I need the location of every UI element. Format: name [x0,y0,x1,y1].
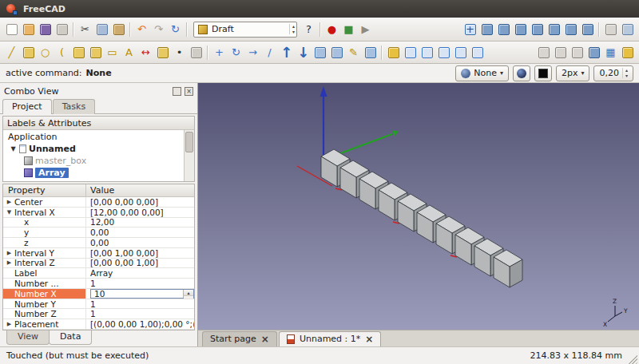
zoom-fit-icon[interactable]: + [462,21,478,38]
resize-grip[interactable] [627,354,637,364]
tab-data[interactable]: Data [49,330,92,345]
draft-text-icon[interactable]: A [121,44,137,61]
property-row-z[interactable]: z0,00 [3,238,194,248]
snap-grid-icon[interactable] [452,44,469,61]
expand-arrow-icon[interactable]: ▼ [10,145,17,152]
draft-circle-icon[interactable]: ○ [37,44,54,61]
draft-scale-icon[interactable] [312,44,328,61]
redo-icon[interactable]: ↷ [150,21,167,38]
view-rear-icon[interactable] [546,21,562,38]
draft-ellipse-icon[interactable] [70,44,87,61]
draft-arc-icon[interactable]: ( [54,44,70,61]
spinner-buttons[interactable]: ▴▾ [183,290,193,298]
tab-project[interactable]: Project [2,99,52,114]
refresh-icon[interactable]: ↻ [167,21,184,38]
snap-midpoint-icon[interactable] [419,44,435,61]
property-row-placement[interactable]: ▶Placement[(0,00 0,00 1,00);0,00 °;(0,00… [3,319,194,330]
draft-point-icon[interactable]: • [171,44,188,61]
save-icon[interactable] [37,21,54,38]
tree-item-master-box[interactable]: master_box [3,155,184,167]
property-row-number[interactable]: Number ...1 [3,279,194,289]
tab-view[interactable]: View [6,330,50,345]
working-plane-top-icon[interactable] [535,44,552,61]
spin-up-icon[interactable]: ▴ [184,290,193,296]
draft-polygon-icon[interactable] [87,44,104,61]
property-row-label[interactable]: LabelArray [3,268,194,279]
snap-working-plane-icon[interactable] [469,44,486,61]
property-row-interval-y[interactable]: ▶Interval Y[0,00 1,00 0,00] [3,248,194,259]
copy-icon[interactable] [93,21,110,38]
undo-icon[interactable]: ↶ [133,21,150,38]
draft-clone-icon[interactable] [362,44,379,61]
draft-facebinder-icon[interactable] [188,44,204,61]
tree-item-array[interactable]: Array [3,167,184,179]
combo-spinner-icon[interactable]: ▴▾ [289,24,295,34]
new-file-icon[interactable] [3,21,20,38]
view-top-icon[interactable] [512,21,529,38]
cut-icon[interactable]: ✂ [77,21,93,38]
paste-icon[interactable] [110,21,127,38]
close-tab-icon[interactable]: × [261,334,269,344]
draft-move-icon[interactable]: + [211,44,228,61]
close-panel-button[interactable]: × [185,87,193,96]
draft-rectangle-icon[interactable]: ▭ [104,44,121,61]
scale-spinbox[interactable]: 0,20 ▴▾ [593,65,633,81]
snap-endpoint-icon[interactable] [402,44,419,61]
view-axonometric-icon[interactable] [478,21,495,38]
3d-scene[interactable]: ZYX [198,83,639,330]
snap-lock-icon[interactable] [385,44,402,61]
workbench-selector[interactable]: Draft ▴▾ [193,22,297,38]
draft-offset-icon[interactable]: → [244,44,261,61]
value-column-header[interactable]: Value [86,184,194,196]
construction-mode-icon[interactable] [585,44,602,61]
macro-stop-icon[interactable]: ■ [340,21,357,38]
property-row-number-x[interactable]: Number X10▴▾ [3,289,194,299]
macro-execute-icon[interactable]: ▶ [357,21,374,38]
property-row-x[interactable]: x12,00 [3,218,194,228]
draft-line-icon[interactable]: ╱ [3,44,20,61]
property-row-number-z[interactable]: Number Z1 [3,309,194,319]
draft-dimension-icon[interactable]: ↔ [137,44,154,61]
working-plane-side-icon[interactable] [569,44,585,61]
auto-group-lock-icon[interactable] [619,44,636,61]
draft-trimex-icon[interactable]: / [261,44,278,61]
macro-record-icon[interactable]: ● [323,21,340,38]
line-color-button[interactable] [513,65,530,81]
scrollbar-thumb[interactable] [185,132,193,152]
face-color-button[interactable] [534,65,552,81]
draft-edit-icon[interactable]: ✎ [345,44,362,61]
tree-scrollbar[interactable] [184,130,194,181]
draft-shape2dview-icon[interactable] [328,44,345,61]
draft-polyline-icon[interactable] [20,44,37,61]
number-x-editor[interactable]: 10▴▾ [90,289,194,299]
tab-tasks[interactable]: Tasks [53,99,95,114]
line-width-select[interactable]: 2px ▾ [556,65,590,81]
property-row-interval-x[interactable]: ▼Interval X[12,00 0,00 0,00] [3,208,194,218]
draft-bspline-icon[interactable] [154,44,171,61]
draft-upgrade-icon[interactable]: ↑ [278,44,295,61]
float-panel-button[interactable] [173,87,181,96]
whats-this-icon[interactable]: ? [300,21,317,38]
view-left-icon[interactable] [579,21,596,38]
property-row-center[interactable]: ▶Center[0,00 0,00 0,00] [3,197,194,208]
property-column-header[interactable]: Property [3,184,86,196]
spinner-arrows-icon[interactable]: ▴▾ [622,68,628,78]
autogroup-button[interactable]: None ▾ [455,65,509,81]
working-plane-front-icon[interactable] [552,44,569,61]
print-icon[interactable] [54,21,70,38]
spin-down-icon[interactable]: ▾ [184,296,193,299]
close-tab-icon[interactable]: × [365,334,373,344]
view-right-icon[interactable] [529,21,546,38]
view-front-icon[interactable] [495,21,512,38]
draw-style-icon[interactable] [602,21,619,38]
tree-item-application[interactable]: Application [3,131,184,143]
toggle-grid-icon[interactable]: ▦ [602,44,619,61]
title-bar[interactable]: FreeCAD [0,0,639,18]
texture-view-icon[interactable] [619,21,636,38]
draft-rotate-icon[interactable]: ↻ [228,44,244,61]
tree-item-unnamed[interactable]: ▼Unnamed [3,143,184,155]
open-file-icon[interactable] [20,21,37,38]
snap-angle-icon[interactable] [435,44,452,61]
draft-downgrade-icon[interactable]: ↓ [295,44,312,61]
view-bottom-icon[interactable] [562,21,579,38]
